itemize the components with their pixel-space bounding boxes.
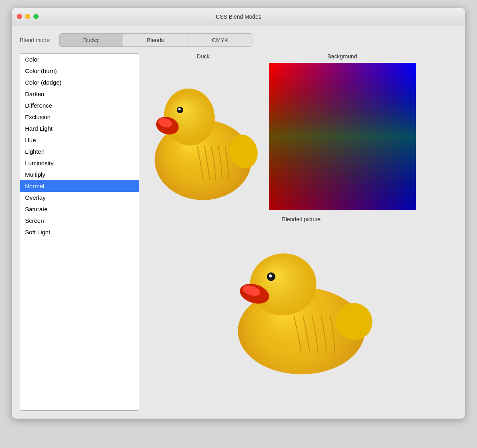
titlebar: CSS Blend Modes	[12, 8, 465, 25]
app-window: CSS Blend Modes Blend mode: Ducky Blends…	[12, 8, 465, 419]
window-title: CSS Blend Modes	[216, 14, 261, 20]
content-area: Blend mode: Ducky Blends CMYK ColorColor…	[12, 25, 465, 419]
blend-list-item[interactable]: Normal	[20, 180, 139, 192]
blend-list-item[interactable]: Multiply	[20, 169, 139, 180]
blended-section: Blended picture	[145, 216, 457, 380]
main-area: ColorColor (burn)Color (dodge)DarkenDiff…	[20, 53, 457, 411]
blend-list-item[interactable]: Saturate	[20, 203, 139, 215]
close-button[interactable]	[17, 14, 22, 19]
background-section: Background	[269, 53, 416, 210]
blend-list-item[interactable]: Color (burn)	[20, 65, 139, 77]
tab-cmyk[interactable]: CMYK	[188, 34, 252, 46]
maximize-button[interactable]	[33, 14, 39, 19]
blend-list-item[interactable]: Lighten	[20, 146, 139, 157]
blend-list-item[interactable]: Difference	[20, 100, 139, 111]
duck-canvas	[145, 63, 261, 206]
duck-label: Duck	[197, 53, 209, 60]
blend-list-item[interactable]: Hue	[20, 134, 139, 146]
traffic-lights	[17, 14, 39, 19]
blend-mode-list[interactable]: ColorColor (burn)Color (dodge)DarkenDiff…	[20, 53, 139, 411]
blend-list-item[interactable]: Color (dodge)	[20, 77, 139, 88]
blend-mode-label: Blend mode:	[20, 37, 51, 43]
blend-list-item[interactable]: Hard Light	[20, 123, 139, 134]
blend-list-item[interactable]: Overlay	[20, 192, 139, 203]
blended-canvas	[226, 226, 377, 380]
blend-list-item[interactable]: Color	[20, 54, 139, 65]
background-canvas	[269, 63, 416, 210]
blend-list-item[interactable]: Luminosity	[20, 157, 139, 169]
top-bar: Blend mode: Ducky Blends CMYK	[20, 33, 457, 47]
tab-ducky[interactable]: Ducky	[60, 34, 123, 46]
blend-list-item[interactable]: Darken	[20, 88, 139, 100]
duck-section: Duck	[145, 53, 261, 206]
blend-list-item[interactable]: Screen	[20, 215, 139, 226]
right-panel: Duck Background Blended picture	[145, 53, 457, 411]
images-row: Duck Background	[145, 53, 457, 210]
tab-blends[interactable]: Blends	[123, 34, 188, 46]
blended-label: Blended picture	[282, 216, 320, 222]
tab-group: Ducky Blends CMYK	[59, 33, 252, 47]
background-label: Background	[328, 53, 357, 60]
minimize-button[interactable]	[25, 14, 30, 19]
blend-list-item[interactable]: Soft Light	[20, 226, 139, 238]
blend-list-item[interactable]: Exclusion	[20, 111, 139, 123]
